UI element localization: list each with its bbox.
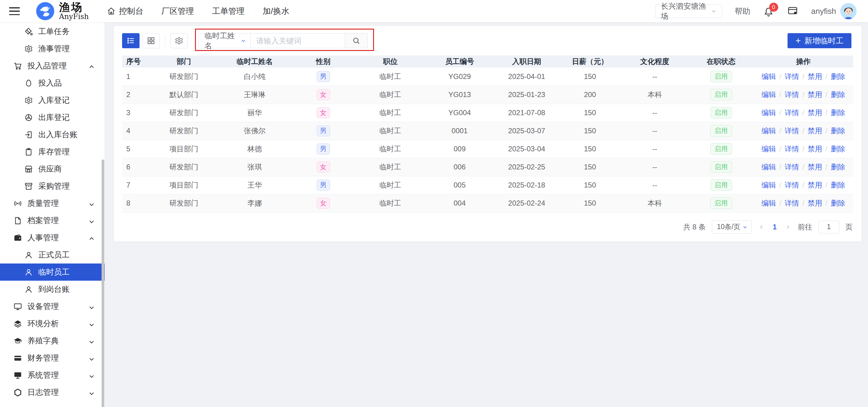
action-link-1[interactable]: 详情 [784,181,799,189]
action-link-2[interactable]: 禁用 [808,72,822,81]
chevron-down-icon [742,224,748,230]
topnav-item-console[interactable]: 控制台 [107,6,143,17]
sidebar-item-inbound-registration[interactable]: 入库登记 [0,92,104,109]
action-link-3[interactable]: 删除 [831,163,845,171]
search-button[interactable] [345,33,368,48]
action-link-1[interactable]: 详情 [784,145,799,153]
sidebar-item-finance-management[interactable]: 财务管理 [0,349,104,367]
sidebar-item-fishery-management[interactable]: 渔事管理 [0,40,104,57]
sidebar-item-label: 设备管理 [27,301,59,312]
action-link-1[interactable]: 详情 [784,127,799,135]
action-link-2[interactable]: 禁用 [808,199,822,207]
user-icon [24,285,33,294]
action-link-3[interactable]: 删除 [831,72,845,81]
sidebar-item-in-out-ledger[interactable]: 出入库台账 [0,126,104,143]
sidebar-item-temporary-employees[interactable]: 临时员工 [0,263,104,281]
action-link-2[interactable]: 禁用 [808,108,822,117]
action-link-0[interactable]: 编辑 [761,145,776,153]
action-link-3[interactable]: 删除 [831,127,845,135]
cell-status: 启用 [689,122,753,140]
action-link-2[interactable]: 禁用 [808,181,822,189]
sidebar-item-equipment-management[interactable]: 设备管理 [0,298,104,315]
chevron-down-icon [87,389,94,396]
user-menu[interactable]: anyfish [811,3,857,19]
sidebar-item-label: 养殖字典 [27,336,59,346]
help-link[interactable]: 帮助 [735,6,750,17]
search-icon [352,36,361,45]
action-link-0[interactable]: 编辑 [761,163,776,171]
action-link-1[interactable]: 详情 [784,163,799,171]
notifications-button[interactable]: 0 [763,5,775,17]
sidebar-scrollbar[interactable] [101,159,104,407]
sidebar-item-environment-analysis[interactable]: 环境分析 [0,315,104,332]
sidebar-item-suppliers[interactable]: 供应商 [0,160,104,178]
action-link-1[interactable]: 详情 [784,90,799,99]
sidebar-item-inputs[interactable]: 投入品 [0,74,104,92]
sidebar-item-stock-management[interactable]: 库存管理 [0,143,104,160]
farm-select[interactable]: 长兴泗安塘渔场 [655,4,722,18]
cart-icon [13,62,22,70]
page-unit-label: 页 [845,222,852,232]
hexagon-icon [13,388,22,397]
topnav-item-plant-management[interactable]: 厂区管理 [161,6,194,17]
next-page-button[interactable] [784,223,792,231]
action-link-3[interactable]: 删除 [831,199,845,207]
sidebar-item-inputs-management[interactable]: 投入品管理 [0,57,104,74]
action-separator: / [779,181,781,189]
action-link-0[interactable]: 编辑 [761,72,776,81]
action-link-2[interactable]: 禁用 [808,90,822,99]
action-link-0[interactable]: 编辑 [761,108,776,117]
action-link-2[interactable]: 禁用 [808,145,822,153]
sidebar-item-archives-management[interactable]: 档案管理 [0,212,104,229]
action-link-0[interactable]: 编辑 [761,90,776,99]
toolbar: 临时工姓名 + 新增临时工 [114,26,862,48]
action-link-3[interactable]: 删除 [831,108,845,117]
action-link-0[interactable]: 编辑 [761,127,776,135]
sidebar-item-quality-management[interactable]: 质量管理 [0,195,104,212]
cell-name: 丽华 [218,104,291,122]
search-field-value: 临时工姓名 [205,31,240,51]
username: anyfish [811,7,836,16]
list-view-button[interactable] [122,33,140,48]
workbench-button[interactable] [787,5,799,17]
grid-view-button[interactable] [142,33,160,48]
sidebar-item-log-management[interactable]: 日志管理 [0,384,104,401]
search-field-select[interactable]: 临时工姓名 [198,33,250,48]
hamburger-menu-icon[interactable] [9,7,20,15]
sidebar-item-formal-employees[interactable]: 正式员工 [0,246,104,263]
sidebar-item-label: 采购管理 [38,181,70,191]
action-link-0[interactable]: 编辑 [761,199,776,207]
sidebar-item-hr-management[interactable]: 人事管理 [0,229,104,246]
search-input[interactable] [250,33,345,48]
action-link-1[interactable]: 详情 [784,199,799,207]
sidebar-item-arrival-ledger[interactable]: 到岗台账 [0,281,104,298]
add-temp-worker-button[interactable]: + 新增临时工 [787,33,851,48]
goto-page-input[interactable] [818,221,839,233]
sidebar-item-outbound-registration[interactable]: 出库登记 [0,109,104,126]
page-size-select[interactable]: 10条/页 [712,220,752,233]
sidebar-item-procurement-management[interactable]: 采购管理 [0,178,104,195]
gender-badge: 男 [317,71,330,82]
action-link-0[interactable]: 编辑 [761,181,776,189]
column-settings-button[interactable] [170,33,188,48]
monitor-icon [13,302,22,311]
action-link-3[interactable]: 删除 [831,90,845,99]
action-link-1[interactable]: 详情 [784,72,799,81]
topnav-item-water-exchange[interactable]: 加/换水 [262,6,289,17]
sidebar-item-system-management[interactable]: 系统管理 [0,367,104,384]
action-link-2[interactable]: 禁用 [808,127,822,135]
sidebar-item-aquaculture-dictionary[interactable]: 养殖字典 [0,332,104,349]
cell-department: 研发部门 [149,104,218,122]
action-link-2[interactable]: 禁用 [808,163,822,171]
action-link-3[interactable]: 删除 [831,181,845,189]
action-link-1[interactable]: 详情 [784,108,799,117]
topnav-item-work-order-management[interactable]: 工单管理 [212,6,244,17]
action-link-3[interactable]: 删除 [831,145,845,153]
plus-icon: + [795,36,801,45]
cell-hire-date: 2025-01-23 [494,86,559,104]
current-page[interactable]: 1 [772,223,778,231]
cell-daily-wage: 150 [559,140,621,158]
sidebar-item-work-order-tasks[interactable]: 工单任务 [0,23,104,40]
cell-daily-wage: 150 [559,122,621,140]
prev-page-button[interactable] [758,223,766,231]
